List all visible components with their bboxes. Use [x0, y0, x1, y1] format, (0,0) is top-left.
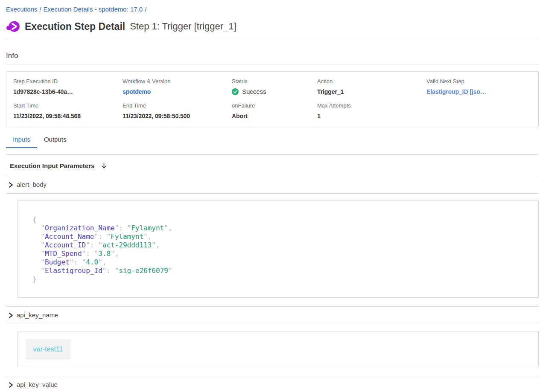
info-field: End Time11/23/2022, 09:58:50.500: [123, 102, 232, 120]
tab-bar: InputsOutputs: [6, 136, 539, 148]
app-logo-icon: [6, 20, 20, 33]
chevron-right-icon: [9, 382, 13, 388]
param-section-row-api_key_name[interactable]: api_key_name: [6, 307, 539, 324]
info-field-label: Start Time: [13, 102, 123, 109]
info-field: Step Execution ID1d97828c-13b6-40a…: [13, 78, 123, 96]
param-value-chip: var-test11: [26, 339, 70, 360]
info-field: ActionTrigger_1: [317, 78, 426, 96]
divider: [6, 39, 539, 39]
info-field: onFailureAbort: [232, 102, 317, 120]
param-section-row-alert_body[interactable]: alert_body: [6, 176, 539, 194]
success-check-icon: [232, 88, 239, 95]
info-field-value: 11/23/2022, 09:58:50.500: [123, 112, 232, 120]
info-card: Step Execution ID1d97828c-13b6-40a…Workf…: [6, 71, 539, 127]
info-field-value: 1d97828c-13b6-40a…: [13, 88, 123, 96]
page-subtitle: Step 1: Trigger [trigger_1]: [130, 21, 236, 32]
info-field-label: Step Execution ID: [13, 78, 123, 85]
param-section-content: var-test11: [6, 324, 539, 376]
info-field-value[interactable]: Elastigroup_ID [jso…: [426, 88, 531, 96]
info-field: Valid Next StepElastigroup_ID [jso…: [426, 78, 531, 96]
param-section-label: api_key_name: [17, 312, 58, 319]
info-field: StatusSuccess: [232, 78, 317, 96]
info-grid: Step Execution ID1d97828c-13b6-40a…Workf…: [13, 78, 531, 120]
page-title: Execution Step Detail: [25, 21, 125, 32]
breadcrumb-link[interactable]: Execution Details - spotdemo: 17.0: [44, 6, 143, 13]
params-header-title: Execution Input Parameters: [10, 162, 94, 170]
info-field-value: Trigger_1: [317, 88, 426, 96]
tab-inputs[interactable]: Inputs: [6, 136, 37, 148]
chevron-right-icon: [9, 313, 13, 318]
param-section-label: alert_body: [17, 181, 47, 188]
info-field-label: End Time: [123, 102, 232, 109]
info-field-label: Valid Next Step: [426, 78, 531, 85]
info-field: Start Time11/23/2022, 09:58:48.568: [13, 102, 123, 120]
params-header: Execution Input Parameters: [6, 155, 539, 176]
info-field-label: Action: [317, 78, 426, 85]
page: Executions/Execution Details - spotdemo:…: [0, 0, 543, 392]
value-panel: var-test11: [17, 331, 539, 367]
info-field-value: Abort: [232, 112, 317, 120]
breadcrumb-separator: /: [37, 6, 43, 13]
download-arrow-icon[interactable]: [100, 163, 108, 170]
param-section-label: api_key_value: [17, 381, 58, 388]
title-row: Execution Step Detail Step 1: Trigger [t…: [6, 20, 539, 33]
info-section-heading: Info: [6, 51, 539, 61]
breadcrumb: Executions/Execution Details - spotdemo:…: [6, 0, 539, 13]
info-field-label: Status: [232, 78, 317, 85]
chevron-right-icon: [9, 182, 13, 188]
info-field-value: 11/23/2022, 09:58:48.568: [13, 112, 123, 120]
info-field-label: Workflow & Version: [123, 78, 232, 85]
param-section-content: { "Organization_Name": "Fylamynt", "Acco…: [6, 194, 539, 307]
status-text: Success: [242, 88, 266, 96]
breadcrumb-separator: /: [143, 6, 149, 13]
info-field-label: Max Attempts: [317, 102, 426, 109]
divider: [6, 64, 539, 64]
breadcrumb-link[interactable]: Executions: [6, 6, 37, 13]
info-field-value: Success: [232, 88, 317, 96]
param-section-row-api_key_value[interactable]: api_key_value: [6, 376, 539, 392]
tab-outputs[interactable]: Outputs: [37, 136, 73, 148]
info-field-value: 1: [317, 112, 426, 120]
info-field: Max Attempts1: [317, 102, 426, 120]
info-field-label: onFailure: [232, 102, 317, 109]
info-field: Workflow & Versionspotdemo: [123, 78, 232, 96]
json-code-block: { "Organization_Name": "Fylamynt", "Acco…: [17, 200, 539, 298]
param-sections: alert_body{ "Organization_Name": "Fylamy…: [6, 176, 539, 392]
json-code: { "Organization_Name": "Fylamynt", "Acco…: [18, 201, 538, 297]
info-field-value[interactable]: spotdemo: [123, 88, 232, 96]
